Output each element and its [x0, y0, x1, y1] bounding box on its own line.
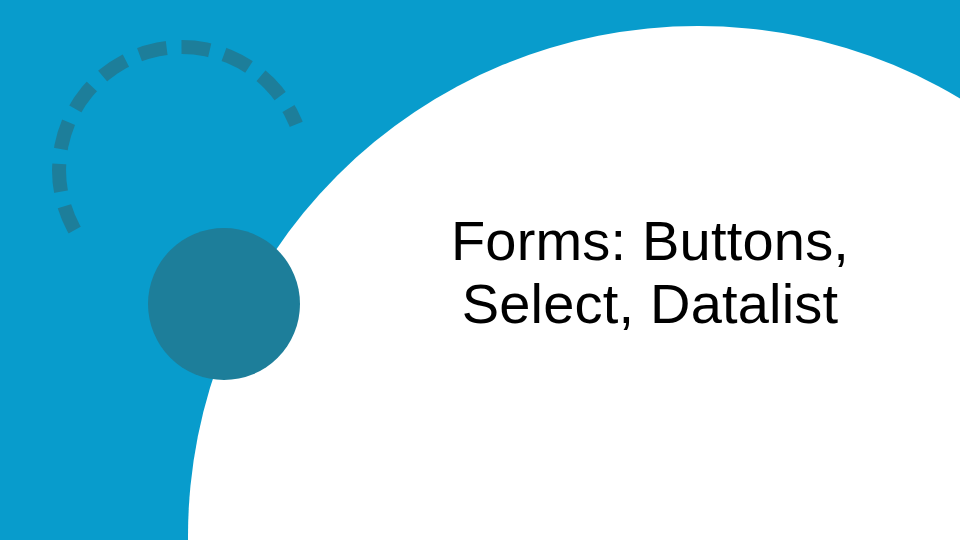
title-slide: Forms: Buttons, Select, Datalist: [0, 0, 960, 540]
slide-title: Forms: Buttons, Select, Datalist: [370, 210, 930, 335]
slide-title-line2: Select, Datalist: [462, 272, 839, 335]
small-teal-circle: [148, 228, 300, 380]
slide-title-line1: Forms: Buttons,: [451, 209, 849, 272]
